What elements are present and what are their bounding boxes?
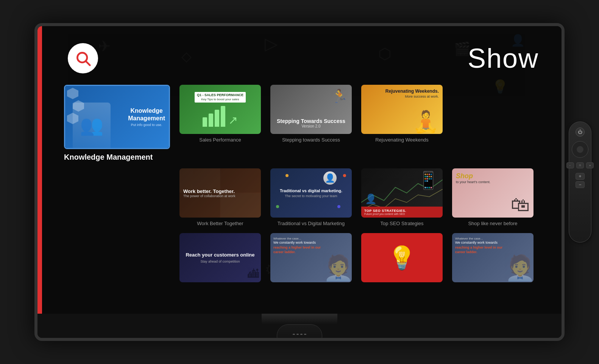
dot-red — [343, 174, 346, 177]
volume-down-button[interactable]: − — [576, 181, 585, 188]
content-row-2: Work better. Together. The power of coll… — [179, 168, 554, 226]
grid-item-stepping[interactable]: 🏃 Stepping Towards Success Version 2.0 S… — [270, 85, 352, 143]
thumb-traditional: 👤 Traditional vs digital marketing. The … — [270, 168, 352, 218]
item-label-sales: Sales Performance — [199, 137, 241, 143]
grid-item-shop[interactable]: Shop to your heart's content. 🛍 Shop lik… — [452, 168, 533, 226]
career-person: 🧑‍💼 — [323, 254, 352, 282]
career2-body: We constantly work towards reaching a hi… — [455, 240, 504, 255]
item-label-workbetter: Work Better Together — [197, 221, 243, 226]
thumb-career1: 🧑‍💼 Whatever the case... We constantly w… — [270, 233, 352, 282]
grid-item-traditional[interactable]: 👤 Traditional vs digital marketing. The … — [270, 168, 352, 226]
thumb-stepping: 🏃 Stepping Towards Success Version 2.0 — [270, 85, 352, 134]
career1-whatever: Whatever the case... — [273, 237, 323, 240]
career1-body: We constantly work towards reaching a hi… — [273, 240, 323, 255]
presenter-avatar: 👤 — [323, 171, 337, 185]
q1-subtext: Key Tips to boost your sales — [197, 98, 243, 101]
lightbulb-icon: 💡 — [388, 244, 416, 271]
page-title: Show — [468, 43, 539, 74]
remote-buttons: ← ⊙ ≡ — [572, 162, 588, 168]
tv-box-dot-1 — [293, 334, 295, 335]
shopping-icon: 🛍 — [511, 194, 530, 216]
search-icon — [75, 50, 91, 67]
tv-container: ✈ ◇ ▷ ⬡ 🎬 👤 📊 💬 🔍 📈 ⚙ 💡 ✉ — [0, 0, 599, 364]
power-button[interactable]: ⏻ — [576, 128, 585, 137]
featured-item[interactable]: 👥 Knowledge Management Put info good to … — [64, 85, 170, 162]
career2-text: Whatever the case... We constantly work … — [455, 237, 504, 255]
career2-whatever: Whatever the case... — [455, 237, 504, 240]
menu-icon: ≡ — [589, 164, 591, 167]
grid-item-workbetter[interactable]: Work better. Together. The power of coll… — [179, 168, 261, 226]
menu-button[interactable]: ≡ — [586, 162, 594, 168]
tv-box-dot-4 — [304, 334, 306, 335]
back-icon: ← — [569, 164, 572, 167]
featured-thumbnail: 👥 Knowledge Management Put info good to … — [64, 85, 170, 149]
sales-q1-label: Q1 - SALES PERFORMANCE Key Tips to boost… — [195, 92, 246, 103]
item-label-stepping: Stepping towards Success — [282, 137, 340, 143]
wb-subtitle: The power of collaboration at work — [183, 194, 236, 198]
svg-line-1 — [86, 61, 90, 65]
tv-screen: ✈ ◇ ▷ ⬡ 🎬 👤 📊 💬 🔍 📈 ⚙ 💡 ✉ — [37, 26, 562, 314]
featured-title-line2: Management — [128, 115, 165, 122]
career1-text: Whatever the case... We constantly work … — [273, 237, 323, 255]
power-icon: ⏻ — [578, 129, 582, 135]
thumb-rejuvenating: Rejuvenating Weekends. More success at w… — [361, 85, 443, 134]
shop-subtitle: to your heart's content. — [456, 180, 490, 184]
thumb-workbetter: Work better. Together. The power of coll… — [179, 168, 261, 218]
back-button[interactable]: ← — [566, 162, 574, 168]
traditional-subtitle: The secret to motivating your team — [285, 194, 337, 198]
dot-blue — [337, 205, 340, 208]
header: Show — [37, 26, 562, 90]
grid-item-bulb[interactable]: 💡 — [361, 233, 443, 282]
dot-green — [276, 205, 279, 208]
search-button[interactable] — [68, 43, 98, 73]
seo-overlay-sub: Future proof you content with SEO — [364, 213, 406, 215]
featured-subtitle: Put info good to use. — [128, 123, 165, 127]
volume-controls: + − — [576, 173, 585, 188]
item-label-seo: Top SEO Strategies — [380, 221, 423, 226]
dot-yellow — [285, 174, 289, 177]
wb-title: Work better. Together. — [183, 188, 236, 194]
q1-text: Q1 - SALES PERFORMANCE — [197, 93, 243, 98]
shop-text: Shop to your heart's content. — [456, 172, 490, 184]
shop-title: Shop — [456, 172, 490, 180]
reach-subtitle: Stay ahead of competition — [186, 260, 254, 263]
item-label-traditional: Traditional vs Digital Marketing — [278, 221, 345, 226]
thumb-sales: Q1 - SALES PERFORMANCE Key Tips to boost… — [179, 85, 261, 134]
bar-chart: ↗ — [203, 104, 238, 127]
reach-text: Reach your customers online Stay ahead o… — [186, 252, 254, 263]
item-label-shop: Shop like never before — [468, 221, 517, 226]
tv-stand — [262, 314, 337, 324]
thumb-career2: 🧑‍💼 Whatever the case... We constantly w… — [452, 233, 533, 282]
featured-content: Knowledge Management Put info good to us… — [128, 107, 165, 126]
grid-item-career1[interactable]: 🧑‍💼 Whatever the case... We constantly w… — [270, 233, 352, 282]
red-sidebar — [37, 26, 42, 314]
remote-control: ⏻ ← ⊙ ≡ + − — [569, 121, 591, 243]
thumb-bulb: 💡 — [361, 233, 443, 282]
traditional-title: Traditional vs digital marketing. — [280, 188, 342, 194]
rej-subtitle: More success at work. — [385, 95, 439, 98]
grid-item-reach[interactable]: Reach your customers online Stay ahead o… — [179, 233, 261, 282]
grid-item-seo[interactable]: 📱 👤 TOP SEO STRATEGIES. Future proof you… — [361, 168, 443, 226]
featured-title-line1: Knowledge — [128, 107, 165, 114]
reach-title: Reach your customers online — [186, 252, 254, 258]
content-row-1: 👥 Knowledge Management Put info good to … — [64, 85, 554, 162]
workbetter-text: Work better. Together. The power of coll… — [183, 188, 236, 198]
home-button[interactable]: ⊙ — [576, 162, 584, 168]
grid-item-career2[interactable]: 🧑‍💼 Whatever the case... We constantly w… — [452, 233, 533, 282]
seo-overlay: TOP SEO STRATEGIES. Future proof you con… — [361, 207, 443, 218]
featured-label: Knowledge Management — [64, 153, 170, 162]
grid-item-rejuvenating[interactable]: Rejuvenating Weekends. More success at w… — [361, 85, 443, 143]
tv-box-dot-3 — [300, 334, 303, 335]
content-area: 👥 Knowledge Management Put info good to … — [64, 85, 554, 289]
hand-phone-icon: 📱 — [418, 170, 439, 190]
grid-item-sales[interactable]: Q1 - SALES PERFORMANCE Key Tips to boost… — [179, 85, 261, 143]
tv-base — [37, 314, 562, 341]
thumb-shop: Shop to your heart's content. 🛍 — [452, 168, 533, 218]
home-icon: ⊙ — [579, 164, 581, 167]
content-row-3: Reach your customers online Stay ahead o… — [179, 233, 554, 282]
dpad[interactable] — [572, 141, 588, 158]
stepping-text: Stepping Towards Success Version 2.0 — [274, 118, 348, 128]
thumb-reach: Reach your customers online Stay ahead o… — [179, 233, 261, 282]
volume-up-button[interactable]: + — [576, 173, 585, 180]
runner-icon: 🏃 — [331, 89, 348, 104]
